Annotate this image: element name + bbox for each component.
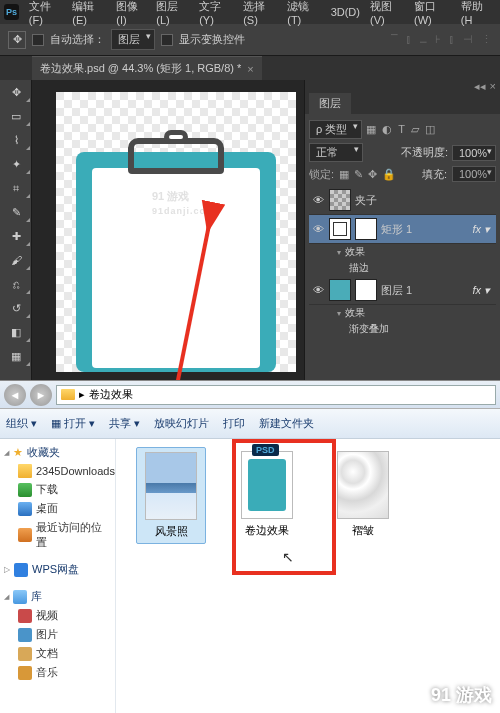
stamp-tool[interactable]: ⎌ (0, 272, 32, 296)
nav-item[interactable]: 视频 (4, 606, 111, 625)
fx-badge[interactable]: fx ▾ (472, 284, 494, 297)
collapse-icon[interactable]: ◂◂ (474, 80, 486, 93)
menu-image[interactable]: 图像(I) (112, 0, 150, 28)
layer-row[interactable]: 👁 图层 1 fx ▾ (309, 276, 496, 305)
visibility-icon[interactable]: 👁 (311, 223, 325, 235)
lock-pixels-icon[interactable]: ✎ (354, 168, 363, 181)
libraries-header[interactable]: 库 (4, 587, 111, 606)
distribute-icon[interactable]: ⋮ (481, 33, 492, 46)
filter-pixel-icon[interactable]: ▦ (366, 123, 376, 136)
panel-menu-icon[interactable]: × (490, 80, 496, 92)
align-hcenter-icon[interactable]: ⫿ (449, 33, 455, 46)
file-item[interactable]: 风景照 (136, 447, 206, 544)
lock-transparency-icon[interactable]: ▦ (339, 168, 349, 181)
filter-smart-icon[interactable]: ◫ (425, 123, 435, 136)
layer-row[interactable]: 👁 矩形 1 fx ▾ (309, 215, 496, 244)
open-menu[interactable]: ▦ 打开 ▾ (51, 416, 95, 431)
menu-help[interactable]: 帮助(H (457, 0, 496, 28)
menu-edit[interactable]: 编辑(E) (68, 0, 110, 28)
music-icon (18, 666, 32, 680)
visibility-icon[interactable]: 👁 (311, 194, 325, 206)
layer-filter-dropdown[interactable]: ρ 类型 (309, 120, 362, 139)
psd-badge-icon: PSD (252, 444, 279, 456)
auto-select-checkbox[interactable] (32, 34, 44, 46)
layer-row[interactable]: 👁 夹子 (309, 186, 496, 215)
effects-toggle[interactable]: 效果 (309, 305, 496, 321)
nav-item[interactable]: 桌面 (4, 499, 111, 518)
filter-adjust-icon[interactable]: ◐ (382, 123, 392, 136)
layer-name: 矩形 1 (381, 222, 412, 237)
layers-panel-tab[interactable]: 图层 (309, 93, 351, 114)
align-bottom-icon[interactable]: ⎽ (420, 33, 427, 46)
folder-icon (18, 464, 32, 478)
breadcrumb-current[interactable]: 卷边效果 (89, 387, 133, 402)
show-transform-checkbox[interactable] (161, 34, 173, 46)
align-right-icon[interactable]: ⊣ (463, 33, 473, 46)
nav-item[interactable]: 2345Downloads (4, 462, 111, 480)
align-top-icon[interactable]: ⎺ (391, 33, 398, 46)
eyedropper-tool[interactable]: ✎ (0, 200, 32, 224)
forward-button[interactable]: ► (30, 384, 52, 406)
filter-type-icon[interactable]: T (398, 123, 405, 136)
nav-item[interactable]: 图片 (4, 625, 111, 644)
favorites-header[interactable]: ★收藏夹 (4, 443, 111, 462)
address-bar[interactable]: ▸ 卷边效果 (56, 385, 496, 405)
nav-item[interactable]: 下载 (4, 480, 111, 499)
document-tab[interactable]: 卷边效果.psd @ 44.3% (矩形 1, RGB/8) * × (32, 56, 262, 80)
tools-panel: ✥ ▭ ⌇ ✦ ⌗ ✎ ✚ 🖌 ⎌ ↺ ◧ ▦ (0, 80, 32, 380)
effects-toggle[interactable]: 效果 (309, 244, 496, 260)
menu-select[interactable]: 选择(S) (239, 0, 281, 28)
visibility-icon[interactable]: 👁 (311, 284, 325, 296)
content-pane[interactable]: 风景照 PSD 卷边效果 褶皱 ↖ (116, 439, 500, 713)
align-left-icon[interactable]: ⊦ (435, 33, 441, 46)
menu-type[interactable]: 文字(Y) (195, 0, 237, 28)
layer-mask-thumb (355, 218, 377, 240)
lasso-tool[interactable]: ⌇ (0, 128, 32, 152)
share-menu[interactable]: 共享 ▾ (109, 416, 140, 431)
wps-header[interactable]: WPS网盘 (4, 560, 111, 579)
marquee-tool[interactable]: ▭ (0, 104, 32, 128)
slideshow-button[interactable]: 放映幻灯片 (154, 416, 209, 431)
crop-tool[interactable]: ⌗ (0, 176, 32, 200)
ps-logo-icon: Ps (4, 4, 19, 20)
menu-file[interactable]: 文件(F) (25, 0, 66, 28)
options-bar: ✥ 自动选择： 图层 显示变换控件 ⎺ ⫿ ⎽ ⊦ ⫿ ⊣ ⋮ (0, 24, 500, 56)
menu-filter[interactable]: 滤镜(T) (283, 0, 324, 28)
gradient-tool[interactable]: ▦ (0, 344, 32, 368)
effect-item[interactable]: 描边 (309, 260, 496, 276)
menu-3d[interactable]: 3D(D) (327, 4, 364, 20)
file-item[interactable]: 褶皱 (328, 447, 398, 542)
healing-tool[interactable]: ✚ (0, 224, 32, 248)
nav-item[interactable]: 音乐 (4, 663, 111, 682)
eraser-tool[interactable]: ◧ (0, 320, 32, 344)
effect-item[interactable]: 渐变叠加 (309, 321, 496, 337)
organize-menu[interactable]: 组织 ▾ (6, 416, 37, 431)
close-icon[interactable]: × (247, 63, 253, 75)
lock-all-icon[interactable]: 🔒 (382, 168, 396, 181)
opacity-input[interactable]: 100% (452, 145, 496, 161)
brush-tool[interactable]: 🖌 (0, 248, 32, 272)
back-button[interactable]: ◄ (4, 384, 26, 406)
new-folder-button[interactable]: 新建文件夹 (259, 416, 314, 431)
menu-window[interactable]: 窗口(W) (410, 0, 455, 28)
canvas-area[interactable]: 91 游戏 91danji.com (32, 80, 304, 380)
lock-position-icon[interactable]: ✥ (368, 168, 377, 181)
history-brush-tool[interactable]: ↺ (0, 296, 32, 320)
fx-badge[interactable]: fx ▾ (472, 223, 494, 236)
layer-thumb (329, 189, 351, 211)
magic-wand-tool[interactable]: ✦ (0, 152, 32, 176)
menu-layer[interactable]: 图层(L) (152, 0, 193, 28)
video-icon (18, 609, 32, 623)
filter-shape-icon[interactable]: ▱ (411, 123, 419, 136)
nav-item[interactable]: 最近访问的位置 (4, 518, 111, 552)
nav-item[interactable]: 文档 (4, 644, 111, 663)
auto-select-target-dropdown[interactable]: 图层 (111, 29, 155, 50)
menu-view[interactable]: 视图(V) (366, 0, 408, 28)
align-vcenter-icon[interactable]: ⫿ (406, 33, 412, 46)
file-item[interactable]: PSD 卷边效果 (232, 447, 302, 542)
move-tool-icon[interactable]: ✥ (8, 31, 26, 49)
blend-mode-dropdown[interactable]: 正常 (309, 143, 363, 162)
print-button[interactable]: 打印 (223, 416, 245, 431)
fill-input[interactable]: 100% (452, 166, 496, 182)
move-tool[interactable]: ✥ (0, 80, 32, 104)
